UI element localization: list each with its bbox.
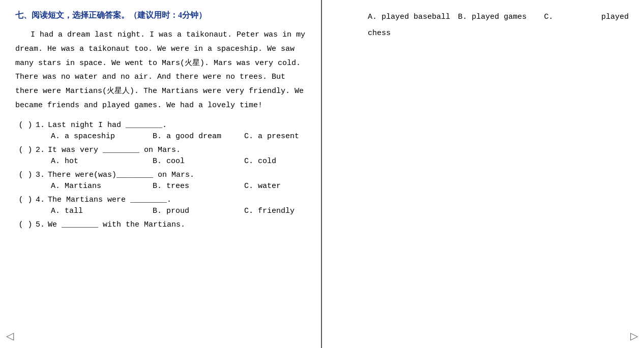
q1-answers: A. a spaceship B. a good dream C. a pres… <box>15 132 306 141</box>
q4-answers: A. tall B. proud C. friendly <box>15 207 306 215</box>
question-1-line: ( ) 1. Last night I had ________. <box>15 121 306 130</box>
q1-opt-b: B. a good dream <box>153 132 244 141</box>
q3-opt-b: B. trees <box>153 182 244 191</box>
right-panel: A. played baseball B. played games C. pl… <box>322 0 644 348</box>
question-1: ( ) 1. Last night I had ________. A. a s… <box>15 121 306 141</box>
q4-number: 4. <box>36 196 45 204</box>
q2-text: It was very ________ on Mars. <box>48 146 306 154</box>
nav-prev-button[interactable]: ◁ <box>6 330 14 342</box>
q1-paren: ( ) <box>15 121 36 130</box>
left-panel: 七、阅读短文，选择正确答案。（建议用时：4分钟） I had a dream l… <box>0 0 322 348</box>
nav-next-button[interactable]: ▷ <box>630 330 638 342</box>
q1-opt-a: A. a spaceship <box>51 132 153 141</box>
q5-text: We ________ with the Martians. <box>48 220 306 229</box>
q4-opt-b: B. proud <box>153 207 244 215</box>
right-opt-b: B. played games <box>458 10 544 24</box>
q1-text: Last night I had ________. <box>48 121 306 130</box>
q4-opt-c: C. friendly <box>244 207 306 215</box>
question-4-line: ( ) 4. The Martians were ________. <box>15 196 306 204</box>
q3-paren: ( ) <box>15 171 36 179</box>
q5-number: 5. <box>36 220 45 229</box>
q4-text: The Martians were ________. <box>48 196 306 204</box>
question-2-line: ( ) 2. It was very ________ on Mars. <box>15 146 306 154</box>
right-opt-c-label: C. <box>544 10 591 24</box>
q5-paren: ( ) <box>15 220 36 229</box>
right-opt-a: A. played baseball <box>368 10 458 24</box>
q1-opt-c: C. a present <box>244 132 306 141</box>
q3-opt-a: A. Martians <box>51 182 153 191</box>
q2-opt-a: A. hot <box>51 157 153 166</box>
question-3-line: ( ) 3. There were(was)________ on Mars. <box>15 171 306 179</box>
q2-opt-b: B. cool <box>153 157 244 166</box>
question-5-line: ( ) 5. We ________ with the Martians. <box>15 220 306 229</box>
question-3: ( ) 3. There were(was)________ on Mars. … <box>15 171 306 191</box>
reading-passage: I had a dream last night. I was a taikon… <box>15 28 306 113</box>
right-options-line1: A. played baseball B. played games C. pl… <box>337 10 629 24</box>
q2-paren: ( ) <box>15 146 36 154</box>
q2-number: 2. <box>36 146 45 154</box>
q4-paren: ( ) <box>15 196 36 204</box>
question-5: ( ) 5. We ________ with the Martians. <box>15 220 306 229</box>
q3-text: There were(was)________ on Mars. <box>48 171 306 179</box>
q4-opt-a: A. tall <box>51 207 153 215</box>
q3-answers: A. Martians B. trees C. water <box>15 182 306 191</box>
question-2: ( ) 2. It was very ________ on Mars. A. … <box>15 146 306 166</box>
page-container: 七、阅读短文，选择正确答案。（建议用时：4分钟） I had a dream l… <box>0 0 644 348</box>
right-opt-c-cont: played <box>601 10 629 24</box>
q1-number: 1. <box>36 121 45 130</box>
q3-number: 3. <box>36 171 45 179</box>
q3-opt-c: C. water <box>244 182 306 191</box>
q2-opt-c: C. cold <box>244 157 306 166</box>
right-chess-text: chess <box>337 26 629 41</box>
right-content: A. played baseball B. played games C. pl… <box>337 10 629 41</box>
q2-answers: A. hot B. cool C. cold <box>15 157 306 166</box>
questions-area: ( ) 1. Last night I had ________. A. a s… <box>15 121 306 229</box>
section-title: 七、阅读短文，选择正确答案。（建议用时：4分钟） <box>15 10 306 21</box>
question-4: ( ) 4. The Martians were ________. A. ta… <box>15 196 306 215</box>
